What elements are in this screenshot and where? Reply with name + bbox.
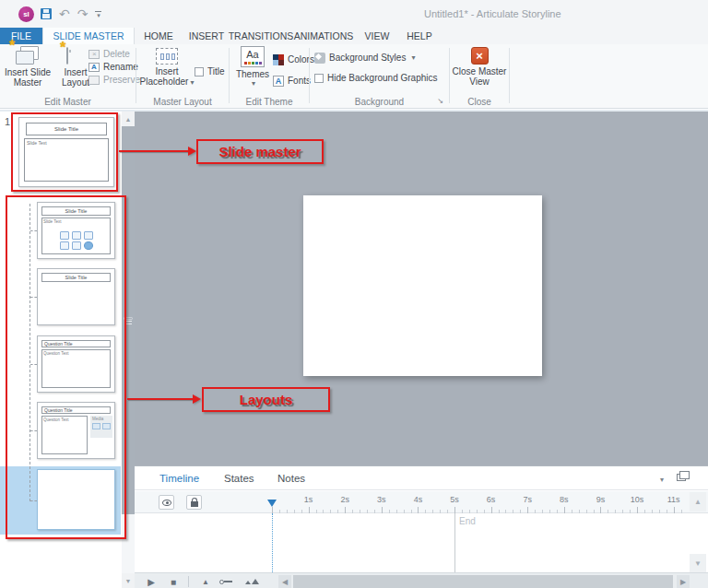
layout-thumbnail-title[interactable]: Slide Title	[37, 268, 115, 325]
tab-view[interactable]: VIEW	[356, 28, 398, 44]
ruler-label: 2s	[340, 495, 349, 504]
preserve-icon	[88, 76, 100, 85]
timeline-panel: Timeline States Notes ▾ 1s2s3s4s5s6s7s8s…	[135, 465, 708, 588]
layout-thumbnail-content[interactable]: Slide Title Slide Text	[37, 202, 115, 259]
title-checkbox[interactable]	[195, 67, 204, 76]
panel-options-arrow-icon[interactable]: ▾	[660, 476, 664, 484]
master-number: 1	[5, 116, 10, 127]
tab-help[interactable]: HELP	[398, 28, 441, 44]
app-logo: sl	[18, 6, 34, 22]
insert-placeholder-button[interactable]: Insert Placeholder▾	[141, 46, 193, 88]
new-star-icon: *	[9, 38, 15, 54]
dropdown-arrow-icon: ▾	[411, 53, 415, 62]
tab-transitions[interactable]: TRANSITIONS	[230, 28, 291, 44]
slide-master-thumbnail[interactable]: Slide Title Slide Text	[18, 117, 114, 187]
fonts-icon: A	[273, 76, 284, 87]
tab-insert[interactable]: INSERT	[183, 28, 230, 44]
delete-button[interactable]: × Delete	[88, 48, 130, 60]
master-title-placeholder: Slide Title	[26, 123, 107, 135]
layout-thumbnail-question[interactable]: Question Title Question Text	[37, 335, 115, 393]
panel-scroll-up-button[interactable]: ▲	[122, 112, 135, 126]
hide-background-graphics-checkbox[interactable]	[314, 74, 324, 83]
show-hide-button[interactable]	[159, 495, 174, 510]
themes-icon: Aa	[241, 46, 265, 67]
slide-thumbnail-panel: 1 Slide Title Slide Text Slide Title Sli…	[0, 112, 135, 588]
ruler-label: 3s	[377, 495, 386, 504]
tab-notes[interactable]: Notes	[277, 466, 305, 490]
eye-icon	[162, 500, 171, 506]
slide-canvas[interactable]	[135, 112, 708, 465]
end-marker-line[interactable]	[454, 513, 455, 572]
new-star-icon: *	[60, 40, 65, 56]
timeline-controls-bar: ▶ ■ ▲ ◀ ▶	[135, 572, 708, 588]
slide-editing-surface[interactable]	[303, 195, 542, 376]
insert-layout-icon: *	[66, 48, 85, 65]
save-icon[interactable]	[41, 8, 52, 19]
ruler-label: 4s	[414, 495, 423, 504]
group-label-close: Close	[450, 97, 509, 107]
ruler-label: 9s	[596, 495, 606, 504]
title-checkbox-row[interactable]: Title	[195, 66, 225, 76]
ruler-label: 10s	[631, 495, 644, 504]
dialog-launcher-icon[interactable]: ↘	[436, 97, 444, 105]
insert-slide-master-icon: *	[16, 46, 40, 65]
master-body-placeholder: Slide Text	[24, 138, 109, 182]
close-x-icon: ×	[471, 47, 489, 65]
tab-animations[interactable]: ANIMATIONS	[291, 28, 356, 44]
delete-icon: ×	[88, 50, 100, 59]
tab-slide-master[interactable]: SLIDE MASTER	[42, 28, 135, 44]
ribbon: * Insert Slide Master * Insert Layout × …	[0, 44, 708, 109]
redo-icon[interactable]: ↷	[77, 7, 88, 20]
playhead-marker[interactable]	[267, 500, 277, 507]
stop-button[interactable]: ■	[166, 573, 181, 588]
playhead-line	[272, 513, 273, 572]
dropdown-arrow-icon: ▾	[190, 78, 194, 87]
timeline-scroll-left-button[interactable]: ◀	[278, 575, 291, 588]
tab-home[interactable]: HOME	[135, 28, 183, 44]
layout-thumbnail-question-media[interactable]: Question Title Question Text Media	[37, 402, 115, 459]
themes-button[interactable]: Aa Themes ▾	[233, 46, 272, 88]
timeline-scroll-up-button[interactable]: ▲	[690, 492, 706, 512]
timeline-tracks-area[interactable]: End ▼	[135, 513, 708, 572]
fonts-button[interactable]: A Fonts ▾	[273, 75, 320, 87]
customize-toolbar-icon[interactable]: ▾	[95, 11, 101, 18]
storyline-window: sl ↶ ↷ ▾ Untitled1* - Articulate Storyli…	[0, 0, 708, 588]
zoom-out-button[interactable]: ▲	[199, 573, 212, 588]
ruler-label: 1s	[304, 495, 313, 504]
timeline-ruler: 1s2s3s4s5s6s7s8s9s10s11s ▲	[135, 491, 708, 513]
layout-thumbnail-blank-selected[interactable]	[37, 469, 115, 530]
timeline-scroll-right-button[interactable]: ▶	[677, 575, 690, 588]
rename-icon: A	[88, 63, 100, 72]
undo-icon[interactable]: ↶	[59, 7, 70, 20]
play-button[interactable]: ▶	[144, 573, 159, 588]
ruler-label: 11s	[667, 495, 680, 504]
tab-timeline[interactable]: Timeline	[159, 466, 199, 490]
zoom-slider[interactable]	[216, 573, 236, 588]
ruler-label: 8s	[560, 495, 569, 504]
panel-scroll-down-button[interactable]: ▼	[122, 573, 135, 588]
float-panel-icon[interactable]	[677, 474, 686, 481]
tab-file[interactable]: FILE	[0, 28, 42, 44]
preserve-button[interactable]: Preserve	[88, 74, 140, 86]
hide-background-graphics-row[interactable]: Hide Background Graphics	[314, 73, 438, 83]
ribbon-tab-row: FILE SLIDE MASTER HOME INSERT TRANSITION…	[0, 28, 708, 44]
ruler-label: 5s	[450, 495, 459, 504]
insert-slide-master-button[interactable]: * Insert Slide Master	[2, 46, 53, 88]
close-master-view-button[interactable]: × Close Master View	[452, 46, 507, 87]
timeline-hscroll-thumb[interactable]	[293, 575, 673, 588]
group-label-background: Background	[310, 97, 449, 107]
background-styles-button[interactable]: Background Styles ▾	[314, 52, 415, 64]
window-title: Untitled1* - Articulate Storyline	[424, 8, 561, 19]
timeline-scroll-down-button[interactable]: ▼	[690, 554, 706, 572]
end-marker-label: End	[459, 516, 476, 526]
zoom-slider-icon	[219, 580, 232, 584]
lock-button[interactable]	[186, 495, 202, 510]
insert-placeholder-icon	[156, 48, 178, 65]
tab-states[interactable]: States	[224, 466, 254, 490]
zoom-in-button[interactable]	[242, 573, 262, 588]
group-label-edit-master: Edit Master	[0, 97, 136, 107]
rename-button[interactable]: A Rename	[88, 61, 138, 73]
dropdown-arrow-icon: ▾	[252, 79, 255, 88]
panel-scrollbar-thumb[interactable]	[122, 126, 135, 514]
background-styles-icon	[314, 53, 325, 64]
